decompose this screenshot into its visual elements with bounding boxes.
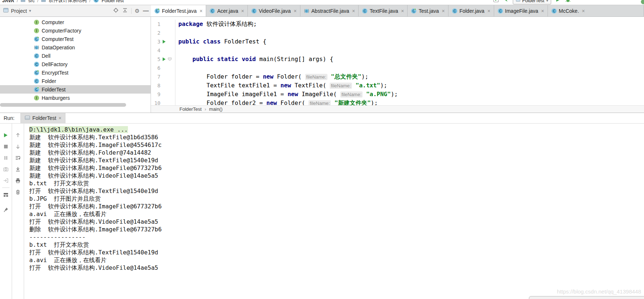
- tab-label: McCoke.: [559, 8, 579, 14]
- tree-item-label: Folder: [42, 78, 56, 84]
- editor-pane: 1package 软件设计体系结构;23public class FolderT…: [151, 17, 644, 113]
- close-icon[interactable]: ×: [58, 115, 61, 121]
- class-icon: C: [34, 53, 39, 59]
- tree-item-ComputerTest[interactable]: CComputerTest: [0, 35, 151, 43]
- pin-tab-icon[interactable]: [3, 207, 9, 213]
- editor-tab-McCoke-[interactable]: CMcCoke.×: [548, 5, 644, 16]
- tree-item-Dell[interactable]: CDell: [0, 52, 151, 60]
- class-icon: C: [93, 0, 99, 4]
- restore-layout-icon[interactable]: [3, 192, 9, 198]
- code-token: public class: [178, 38, 221, 45]
- rerun-icon[interactable]: [3, 132, 9, 138]
- tree-item-ComputerFactory[interactable]: IComputerFactory: [0, 26, 151, 35]
- breadcrumb-method[interactable]: main(): [209, 106, 223, 112]
- editor-gutter: 6: [151, 64, 175, 72]
- editor-tab-Test-java[interactable]: CTest.java×: [408, 5, 448, 16]
- gutter-spacer: [168, 99, 174, 105]
- locate-file-icon[interactable]: [113, 7, 119, 15]
- code-line: 5 public static void main(String[] args)…: [151, 55, 644, 64]
- close-icon[interactable]: ×: [442, 8, 445, 14]
- editor-tab-AbstractFile-java[interactable]: CAbstractFile.java×: [300, 5, 359, 16]
- run-button[interactable]: [555, 0, 561, 4]
- tree-item-Hamburgers[interactable]: IHamburgers: [0, 94, 151, 102]
- tree-item-FolderTest[interactable]: CFolderTest: [0, 85, 151, 94]
- corner-popup: [529, 296, 644, 299]
- debug-button[interactable]: [565, 0, 571, 4]
- code-token: main(String[] args) {: [256, 56, 333, 63]
- framed-run-icon[interactable]: [493, 0, 499, 4]
- soft-wrap-icon[interactable]: [15, 155, 21, 161]
- clear-all-icon[interactable]: [15, 189, 21, 195]
- tree-item-Computer[interactable]: IComputer: [0, 18, 151, 26]
- close-icon[interactable]: ×: [401, 8, 404, 14]
- close-icon[interactable]: ×: [241, 8, 244, 14]
- horizontal-scrollbar[interactable]: [0, 103, 126, 107]
- console-line: 打开 软件设计体系结构.VideoFile@14ae5a5: [29, 218, 644, 226]
- toolbar-cropped-icon[interactable]: [640, 0, 644, 5]
- gear-icon[interactable]: ⚙: [135, 8, 140, 14]
- tree-item-Folder[interactable]: CFolder: [0, 77, 151, 85]
- tree-item-EncryptTest[interactable]: CEncryptTest: [0, 68, 151, 77]
- close-icon[interactable]: ×: [294, 8, 297, 14]
- green-left-arrow-icon[interactable]: [503, 0, 509, 4]
- gutter-spacer: [160, 90, 168, 99]
- editor-tab-FolderTest-java[interactable]: CFolderTest.java×: [151, 5, 206, 16]
- close-icon[interactable]: ×: [541, 8, 544, 14]
- console-output: D:\1\jdk1.8\bin\java.exe ...新建 软件设计体系结构.…: [24, 124, 644, 299]
- breadcrumb-package[interactable]: 软件设计体系结构: [49, 0, 87, 4]
- editor-tab-Acer-java[interactable]: CAcer.java×: [206, 5, 248, 16]
- breadcrumb-class[interactable]: FolderTest: [102, 0, 124, 3]
- code-token: public static void: [193, 56, 256, 63]
- run-line-icon[interactable]: [160, 55, 168, 64]
- down-stack-trace-icon[interactable]: [15, 144, 21, 150]
- code-token: ImageFile(: [298, 91, 341, 98]
- run-config-label: FolderTest: [522, 0, 545, 3]
- stop-icon[interactable]: [3, 144, 9, 150]
- thread-dump-icon[interactable]: [3, 166, 9, 172]
- project-panel-title[interactable]: Project: [11, 8, 27, 14]
- code-token: FolderTest {: [221, 38, 266, 45]
- print-icon[interactable]: [15, 178, 21, 183]
- class-icon: C: [34, 78, 39, 84]
- close-icon[interactable]: ×: [582, 8, 585, 14]
- class-icon: C: [411, 8, 417, 14]
- breadcrumb-class[interactable]: FolderTest: [179, 106, 202, 112]
- divider: [2, 188, 10, 188]
- fold-marker-icon[interactable]: [168, 55, 174, 64]
- editor-tab-TextFile-java[interactable]: CTextFile.java×: [359, 5, 408, 16]
- console-line: 新建 软件设计体系结构.ImageFile@4554617c: [29, 141, 644, 149]
- console-line: 打开 软件设计体系结构.TextFile@1540e19d: [29, 187, 644, 195]
- close-icon[interactable]: ×: [200, 8, 202, 14]
- pause-output-icon[interactable]: [3, 155, 9, 161]
- close-icon[interactable]: ×: [352, 8, 355, 14]
- gutter-spacer: [160, 64, 168, 72]
- run-configuration-select[interactable]: FolderTest ▾: [513, 0, 551, 4]
- tree-item-DellFactory[interactable]: CDellFactory: [0, 60, 151, 68]
- class-icon: C: [304, 8, 310, 14]
- line-number: 4: [151, 46, 160, 55]
- run-tab[interactable]: FolderTest ×: [20, 113, 66, 123]
- breadcrumb-src[interactable]: src: [28, 0, 34, 3]
- collapse-all-icon[interactable]: [122, 7, 128, 15]
- code-text: TextFile textFile1 = new TextFile( fileN…: [175, 81, 387, 90]
- editor-tab-Folder-java[interactable]: CFolder.java×: [448, 5, 494, 16]
- code-editor[interactable]: 1package 软件设计体系结构;23public class FolderT…: [151, 17, 644, 105]
- breadcrumb-module[interactable]: JAVA: [2, 0, 14, 3]
- minimize-icon[interactable]: —: [143, 8, 149, 14]
- console-line: b.txt 打开文本欣赏: [29, 241, 644, 249]
- gutter-spacer: [168, 29, 174, 37]
- attach-icon[interactable]: [3, 178, 9, 183]
- close-icon[interactable]: ×: [487, 8, 490, 14]
- run-line-icon[interactable]: [160, 37, 168, 46]
- svg-text:C: C: [35, 46, 38, 49]
- editor-tab-VideoFile-java[interactable]: CVideoFile.java×: [248, 5, 300, 16]
- code-token: Folder folder2 =: [178, 99, 266, 105]
- line-number: 8: [151, 81, 160, 90]
- dropdown-arrow-icon[interactable]: ▾: [29, 8, 31, 13]
- svg-text:C: C: [211, 9, 214, 13]
- up-stack-trace-icon[interactable]: [15, 132, 21, 138]
- editor-tab-ImageFile-java[interactable]: CImageFile.java×: [494, 5, 548, 16]
- tree-item-DataOperation[interactable]: CDataOperation: [0, 43, 151, 52]
- code-line: 1package 软件设计体系结构;: [151, 20, 644, 29]
- scroll-to-end-icon[interactable]: [15, 166, 21, 172]
